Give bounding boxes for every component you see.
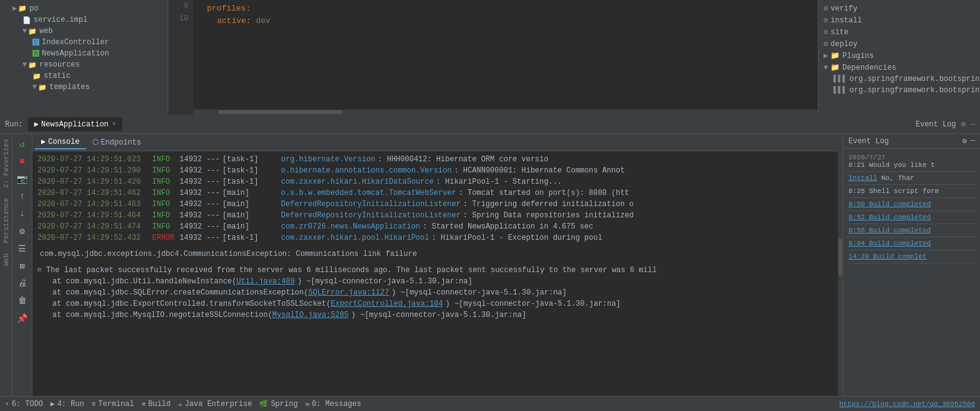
expand-button[interactable]: ⊞ [37, 265, 41, 276]
side-label-web[interactable]: Web [1, 248, 11, 271]
tab-close-button[interactable]: × [112, 121, 116, 128]
log-class: DeferredRepositoryInitializationListener [281, 199, 461, 210]
menu-button[interactable]: ☰ [15, 241, 30, 256]
event-entry: 8:56 Build completed [846, 224, 978, 237]
tree-item-po[interactable]: ▶ 📁 po [0, 2, 168, 14]
folder-icon: 📁 [830, 63, 840, 72]
log-message: : HikariPool-1 - Exception during pool [431, 232, 602, 243]
maven-dep-2[interactable]: ▌▌▌ org.springframework.bootsprin [821, 85, 978, 96]
tab-endpoints[interactable]: ⬡ Endpoints [86, 135, 148, 149]
status-spring[interactable]: 🌿 Spring [259, 400, 297, 409]
maven-label: org.springframework.bootsprin [850, 75, 980, 83]
build-completed-link-856[interactable]: 8:56 Build completed [848, 227, 975, 234]
stacktrace-link[interactable]: Util.java:409 [236, 276, 295, 287]
event-log-minimize-icon[interactable]: — [971, 136, 975, 146]
pin-button[interactable]: 📌 [15, 311, 30, 326]
install-link[interactable]: Install [848, 174, 877, 182]
folder-icon: 📁 [32, 72, 41, 80]
status-build[interactable]: ⚒ Build [142, 400, 171, 409]
run-tab-news-application[interactable]: ▶ NewsApplication × [28, 117, 122, 131]
status-terminal[interactable]: ≡ Terminal [92, 400, 134, 409]
stop-button[interactable]: ■ [15, 154, 30, 169]
status-java-enterprise[interactable]: ☕ Java Enterprise [178, 400, 252, 409]
chart-icon: ▌▌▌ [833, 75, 847, 83]
tree-item-resources[interactable]: ▼ 📁 resources [0, 59, 168, 70]
log-message: : HCANN000001: Hibernate Commons Annot [454, 165, 625, 176]
log-class: com.zr0726.news.NewsApplication [281, 221, 420, 232]
log-timestamp: 2020-07-27 14:29:51.464 [37, 210, 150, 221]
tree-label: po [29, 4, 38, 13]
gear-icon: ⚙ [824, 4, 828, 13]
build-completed-link-850[interactable]: 8:50 Build completed [848, 201, 975, 208]
maven-site[interactable]: ⚙ site [821, 26, 978, 38]
tree-item-web[interactable]: ▼ 📁 web [0, 26, 168, 37]
maven-dep-1[interactable]: ▌▌▌ org.springframework.bootsprin [821, 73, 978, 85]
restore-button[interactable]: ⊞ [15, 258, 30, 273]
status-messages[interactable]: ✉ 0: Messages [305, 400, 362, 409]
maven-verify[interactable]: ⚙ verify [821, 2, 978, 14]
maven-deploy[interactable]: ⚙ deploy [821, 38, 978, 50]
url-text: https://blog.csdn.net/qq_36552566 [839, 400, 975, 408]
no-thanks-link[interactable]: No, Thar [882, 174, 915, 182]
camera-button[interactable]: 📷 [15, 171, 30, 186]
log-class: org.hibernate.Version [281, 154, 375, 165]
maven-plugins[interactable]: ▶ 📁 Plugins [821, 50, 978, 62]
print-button[interactable]: 🖨 [15, 276, 30, 291]
horizontal-scrollbar[interactable] [193, 110, 818, 115]
maven-dependencies[interactable]: ▼ 📁 Dependencies [821, 62, 978, 73]
log-pid: 14932 --- [180, 154, 220, 165]
build-completed-link-1429[interactable]: 14:29 Build complet [848, 253, 975, 260]
build-completed-link-904[interactable]: 9:04 Build completed [848, 240, 975, 247]
breakpoint[interactable] [198, 18, 204, 24]
event-log-label: Event Log [916, 120, 956, 129]
code-value: dev [256, 16, 270, 26]
side-label-persistence[interactable]: Persistence [1, 193, 11, 248]
arrow-icon: ▼ [22, 60, 27, 69]
terminal-icon: ≡ [92, 400, 96, 408]
tab-console[interactable]: ▶ Console [35, 135, 86, 149]
gear-icon[interactable]: ⚙ [961, 120, 966, 129]
stacktrace-line: at com.mysql.jdbc.MysqlIO.negotiateSSLCo… [37, 309, 833, 321]
vertical-scrollbar[interactable] [838, 134, 843, 396]
editor-content[interactable]: profiles: active: dev [193, 0, 818, 30]
stacktrace-link[interactable]: ExportControlled.java:104 [330, 298, 443, 309]
tree-item-index-controller[interactable]: 🅲 IndexController [0, 37, 168, 48]
tree-item-news-application[interactable]: 🅰 NewsApplication [0, 48, 168, 59]
log-timestamp: 2020-07-27 14:29:51.290 [37, 165, 150, 176]
stacktrace-link[interactable]: SQLError.java:1127 [308, 287, 389, 298]
status-url[interactable]: https://blog.csdn.net/qq_36552566 [839, 400, 975, 408]
stacktrace-link[interactable]: MysqlIO.java:5285 [272, 309, 348, 321]
log-message: : Triggering deferred initialization o [463, 199, 634, 210]
rerun-button[interactable]: ↺ [15, 136, 30, 151]
tree-item-static[interactable]: 📁 static [0, 70, 168, 82]
scroll-up-button[interactable]: ↑ [15, 189, 30, 204]
log-thread: [task-1] [223, 176, 279, 187]
log-line: 2020-07-27 14:29:51.464 INFO 14932 --- [… [37, 210, 833, 221]
clear-button[interactable]: 🗑 [15, 293, 30, 308]
event-log-gear-icon[interactable]: ⚙ [963, 136, 967, 146]
tree-item-templates[interactable]: ▼ 📁 templates [0, 82, 168, 93]
main-content: 2: Favorites Persistence Web ↺ ■ 📷 ↑ ↓ ⚙… [0, 134, 980, 396]
tree-label: static [44, 72, 70, 80]
minimize-icon[interactable]: — [971, 120, 975, 129]
stacktrace-suffix: ) ~[mysql-connector-java-5.1.30.jar:na] [443, 298, 621, 309]
tree-label: templates [49, 83, 90, 92]
breakpoint[interactable] [198, 6, 204, 12]
scroll-down-button[interactable]: ↓ [15, 206, 30, 221]
scrollbar-thumb[interactable] [838, 239, 842, 276]
tree-item-service[interactable]: 📄 service.impl [0, 14, 168, 26]
settings-button[interactable]: ⚙ [15, 224, 30, 239]
stacktrace-line: at com.mysql.jdbc.ExportControlled.trans… [37, 298, 833, 309]
side-label-favorites[interactable]: 2: Favorites [1, 134, 11, 193]
build-completed-link-852[interactable]: 8:52 Build completed [848, 214, 975, 221]
scrollbar-thumb[interactable] [218, 110, 343, 114]
console-panel: ▶ Console ⬡ Endpoints 2020-07-27 14:29:5… [32, 134, 838, 396]
maven-label: Dependencies [842, 64, 896, 72]
messages-icon: ✉ [305, 400, 310, 408]
log-level: ERROR [152, 232, 177, 243]
event-text: 8:21 Would you like t [848, 161, 975, 169]
status-run[interactable]: ▶ 4: Run [50, 400, 84, 409]
status-todo[interactable]: ⚡ 6: TODO [5, 400, 43, 409]
log-thread: [main] [223, 199, 279, 210]
maven-install[interactable]: ⚙ install [821, 14, 978, 26]
